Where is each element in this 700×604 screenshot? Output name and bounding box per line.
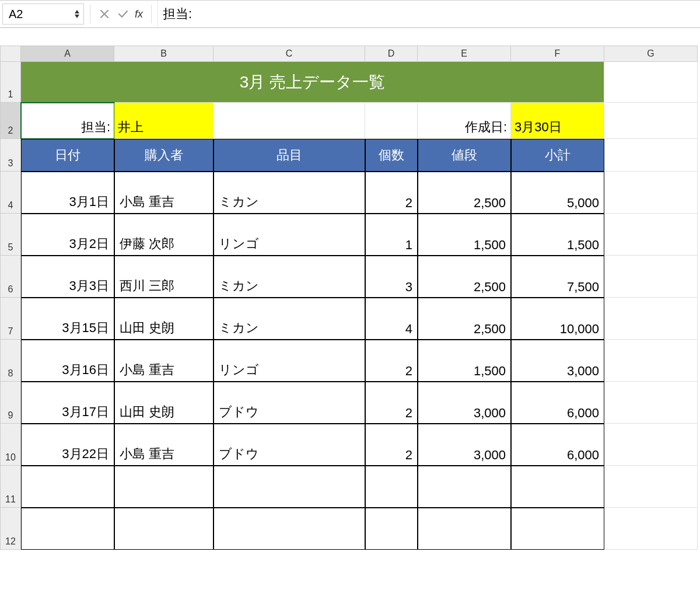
select-all-corner[interactable] (0, 46, 21, 62)
cell[interactable]: 3月15日 (21, 298, 114, 340)
th-item[interactable]: 品目 (214, 139, 365, 172)
name-box[interactable]: A2 (2, 4, 84, 25)
cell[interactable]: 4 (365, 298, 418, 340)
cell[interactable]: 6,000 (511, 424, 604, 466)
cell[interactable] (365, 508, 418, 550)
staff-label-cell[interactable]: 担当: (21, 103, 114, 139)
cell[interactable]: 6,000 (511, 382, 604, 424)
cell[interactable]: 山田 史朗 (114, 382, 214, 424)
fx-label[interactable]: fx (135, 8, 143, 20)
cell[interactable] (604, 256, 698, 298)
cell[interactable] (21, 466, 114, 508)
cell[interactable]: 2 (365, 424, 418, 466)
col-head-E[interactable]: E (418, 46, 511, 62)
cell[interactable]: 2,500 (418, 172, 511, 214)
title-cell[interactable]: 3月 売上データ一覧 (21, 62, 604, 103)
col-head-C[interactable]: C (214, 46, 365, 62)
cell[interactable] (604, 424, 698, 466)
row-head[interactable]: 2 (0, 103, 21, 139)
row-head[interactable]: 10 (0, 424, 21, 466)
row-head[interactable]: 8 (0, 340, 21, 382)
col-head-G[interactable]: G (604, 46, 698, 62)
cell[interactable]: リンゴ (214, 340, 365, 382)
cell[interactable] (604, 172, 698, 214)
cell[interactable]: リンゴ (214, 214, 365, 256)
cell[interactable]: 3,000 (418, 424, 511, 466)
confirm-button[interactable] (115, 6, 131, 22)
cell[interactable] (21, 508, 114, 550)
staff-value-cell[interactable]: 井上 (114, 103, 214, 139)
th-buyer[interactable]: 購入者 (114, 139, 214, 172)
row-head[interactable]: 1 (0, 62, 21, 103)
cell[interactable]: 3月1日 (21, 172, 114, 214)
name-box-stepper[interactable] (74, 9, 80, 19)
row-head[interactable]: 12 (0, 508, 21, 550)
cell[interactable]: 3,000 (511, 340, 604, 382)
cell[interactable] (214, 103, 365, 139)
cell[interactable] (604, 298, 698, 340)
cell[interactable]: 小島 重吉 (114, 424, 214, 466)
cell[interactable]: 2 (365, 172, 418, 214)
cell[interactable]: 2,500 (418, 256, 511, 298)
cell[interactable] (418, 508, 511, 550)
cell[interactable]: 山田 史朗 (114, 298, 214, 340)
cell[interactable]: 3月22日 (21, 424, 114, 466)
cell[interactable]: 3月16日 (21, 340, 114, 382)
formula-input[interactable]: 担当: (158, 1, 698, 27)
cell[interactable] (418, 466, 511, 508)
cell[interactable]: 3,000 (418, 382, 511, 424)
cell[interactable] (365, 103, 418, 139)
row-head[interactable]: 3 (0, 139, 21, 172)
col-head-B[interactable]: B (114, 46, 214, 62)
row-head[interactable]: 5 (0, 214, 21, 256)
cell[interactable]: 10,000 (511, 298, 604, 340)
cell[interactable] (604, 508, 698, 550)
th-date[interactable]: 日付 (21, 139, 114, 172)
created-value-cell[interactable]: 3月30日 (511, 103, 604, 139)
col-head-D[interactable]: D (365, 46, 418, 62)
cell[interactable] (604, 382, 698, 424)
cell[interactable]: 1,500 (511, 214, 604, 256)
cell[interactable] (604, 62, 698, 103)
cell[interactable] (214, 466, 365, 508)
row-head[interactable]: 7 (0, 298, 21, 340)
cell[interactable]: 2 (365, 382, 418, 424)
cell[interactable] (604, 103, 698, 139)
row-head[interactable]: 9 (0, 382, 21, 424)
cell[interactable] (604, 214, 698, 256)
th-price[interactable]: 値段 (418, 139, 511, 172)
th-sub[interactable]: 小計 (511, 139, 604, 172)
cell[interactable]: 1 (365, 214, 418, 256)
cell[interactable] (365, 466, 418, 508)
col-head-F[interactable]: F (511, 46, 604, 62)
col-head-A[interactable]: A (21, 46, 114, 62)
cell[interactable] (114, 508, 214, 550)
cell[interactable] (511, 466, 604, 508)
cell[interactable]: 7,500 (511, 256, 604, 298)
cell[interactable]: 5,000 (511, 172, 604, 214)
cell[interactable]: 3月2日 (21, 214, 114, 256)
cancel-button[interactable] (96, 6, 113, 22)
row-head[interactable]: 11 (0, 466, 21, 508)
cell[interactable]: 伊藤 次郎 (114, 214, 214, 256)
cell[interactable]: 2 (365, 340, 418, 382)
cell[interactable]: 小島 重吉 (114, 172, 214, 214)
cell[interactable] (511, 508, 604, 550)
row-head[interactable]: 6 (0, 256, 21, 298)
cell[interactable]: 3月3日 (21, 256, 114, 298)
cell[interactable] (214, 508, 365, 550)
cell[interactable]: ミカン (214, 298, 365, 340)
cell[interactable] (604, 340, 698, 382)
cell[interactable]: ミカン (214, 172, 365, 214)
created-label-cell[interactable]: 作成日: (418, 103, 511, 139)
cell[interactable]: 2,500 (418, 298, 511, 340)
cell[interactable]: ミカン (214, 256, 365, 298)
cell[interactable]: 3 (365, 256, 418, 298)
cell[interactable] (604, 466, 698, 508)
cell[interactable] (604, 139, 698, 172)
cell[interactable]: ブドウ (214, 424, 365, 466)
th-qty[interactable]: 個数 (365, 139, 418, 172)
cell[interactable]: 小島 重吉 (114, 340, 214, 382)
row-head[interactable]: 4 (0, 172, 21, 214)
cell[interactable]: 1,500 (418, 214, 511, 256)
